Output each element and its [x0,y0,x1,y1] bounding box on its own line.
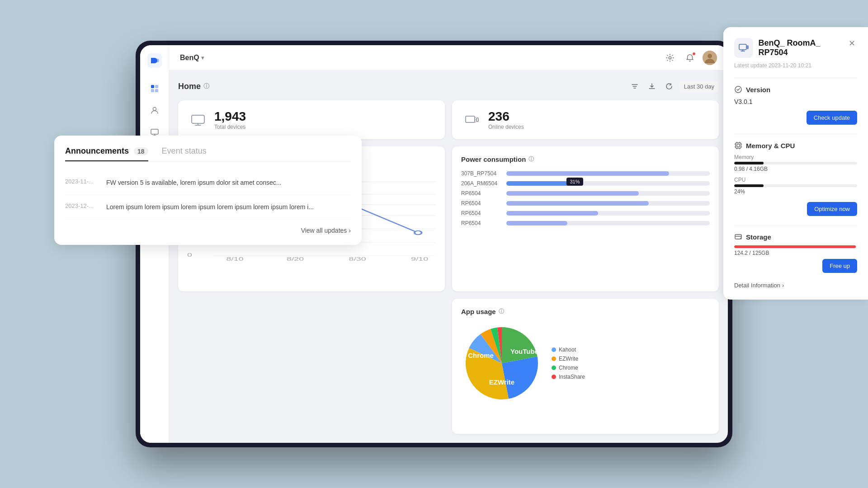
power-item: RP6504 [461,190,710,197]
check-update-button[interactable]: Check update [807,111,857,125]
svg-rect-35 [747,46,748,49]
power-consumption-card: Power consumption ⓘ 307B_RP7504 [452,146,719,291]
settings-button[interactable] [663,51,677,65]
tab-event-status[interactable]: Event status [162,146,207,161]
svg-rect-3 [155,85,158,88]
storage-label: Storage [746,233,771,241]
free-up-button[interactable]: Free up [822,259,857,273]
svg-rect-5 [155,89,158,92]
svg-rect-12 [466,116,475,122]
tab-announcements[interactable]: Announcements 18 [65,146,148,161]
online-devices-number: 236 [488,109,524,124]
legend-item-ezwrite: EZWrite [552,356,585,362]
cpu-progress: CPU 24% [734,177,857,195]
view-all-link[interactable]: View all updates › [301,227,351,234]
info-icon: ⓘ [203,82,209,90]
cpu-bar [734,184,857,187]
svg-rect-11 [192,115,204,123]
memory-cpu-label: Memory & CPU [746,142,795,150]
home-actions: Last 30 day [628,80,719,93]
app-logo[interactable] [146,52,163,69]
svg-rect-2 [151,85,154,88]
version-label: Version [746,86,770,94]
power-label: RP6504 [461,220,502,226]
app-usage-title: App usage ⓘ [461,308,710,315]
legend-item-instashare: InstaShare [552,374,585,380]
power-item: RP6504 [461,220,710,226]
power-fill [506,201,649,206]
avatar[interactable] [703,51,717,65]
svg-rect-7 [151,129,158,134]
storage-section: Storage 124.2 / 125GB Free up [734,225,857,273]
view-all-area: View all updates › [65,227,351,234]
svg-point-8 [669,56,671,59]
announcement-text: FW version 5 is available, lorem ipsum d… [106,178,281,188]
svg-point-6 [153,108,156,111]
device-name-area: BenQ_ RoomA_ RP7504 [759,38,847,57]
org-selector[interactable]: BenQ ▾ [180,54,204,62]
announcement-item[interactable]: 2023-11-... FW version 5 is available, l… [65,171,351,195]
filter-button[interactable] [628,80,642,93]
svg-text:8/20: 8/20 [287,256,304,261]
announcement-date: 2023-12-... [65,202,99,209]
pie-chart: Chrome YouTube EZWrite [461,323,542,404]
announcement-item[interactable]: 2023-12-... Lorem ipsum lorem ipsum lore… [65,195,351,220]
app-usage-content: Chrome YouTube EZWrite Kahoot [461,323,710,404]
svg-text:8/30: 8/30 [349,256,366,261]
power-bar [506,191,710,196]
cpu-value: 24% [734,188,857,195]
power-label: RP6504 [461,210,502,216]
dropdown-arrow: ▾ [201,55,204,61]
home-bar: Home ⓘ [178,80,719,93]
version-value: V3.0.1 [734,98,857,105]
power-fill [506,221,567,225]
svg-rect-37 [736,143,741,148]
dashboard: Home ⓘ [169,70,728,443]
storage-header: Storage [734,233,857,241]
sidebar-item-dashboard[interactable] [146,80,164,98]
svg-point-10 [708,54,712,58]
svg-point-29 [415,231,422,235]
device-icon-area: BenQ_ RoomA_ RP7504 [734,38,847,58]
close-panel-button[interactable]: ✕ [847,38,857,49]
memory-label: Memory [734,154,857,160]
online-icon [463,111,481,129]
online-devices-info: 236 Online devices [488,109,524,130]
detail-information-link[interactable]: Detail Information › [734,282,857,289]
notifications-button[interactable] [683,51,697,65]
power-bar [506,211,710,216]
svg-rect-13 [476,118,478,122]
legend-item-chrome: Chrome [552,365,585,371]
device-detail-panel: BenQ_ RoomA_ RP7504 ✕ Latest update 2023… [723,27,868,300]
storage-fill [734,245,856,248]
device-name: BenQ_ RoomA_ RP7504 [759,38,847,57]
power-item: 206A_RM6504 31% [461,180,710,187]
memory-icon [734,141,742,150]
sidebar-item-users[interactable] [146,101,164,119]
svg-text:9/10: 9/10 [411,256,428,261]
legend-dot-ezwrite [552,357,556,361]
svg-rect-38 [737,144,740,147]
cpu-label: CPU [734,177,857,183]
power-label: 206A_RM6504 [461,180,502,187]
version-icon [734,85,742,94]
download-button[interactable] [645,80,659,93]
power-item: RP6504 [461,200,710,206]
detail-arrow: › [782,282,784,289]
power-fill [506,191,639,196]
device-icon [734,38,753,58]
power-tooltip: 31% [566,178,583,186]
power-item: 307B_RP7504 [461,170,710,177]
total-devices-number: 1,943 [214,109,246,124]
memory-cpu-section: Memory & CPU Memory 0.98 / 4.16GB CPU 24… [734,134,857,216]
header: BenQ ▾ [169,45,728,70]
device-panel-header: BenQ_ RoomA_ RP7504 ✕ [734,38,857,60]
legend: Kahoot EZWrite Chrome [552,347,585,380]
page-title: Home ⓘ [178,82,209,91]
storage-value: 124.2 / 125GB [734,250,857,256]
online-devices-label: Online devices [488,124,524,130]
version-header: Version [734,85,857,94]
svg-point-1 [156,59,159,62]
optimize-button[interactable]: Optimize now [807,202,857,216]
refresh-button[interactable] [662,80,676,93]
